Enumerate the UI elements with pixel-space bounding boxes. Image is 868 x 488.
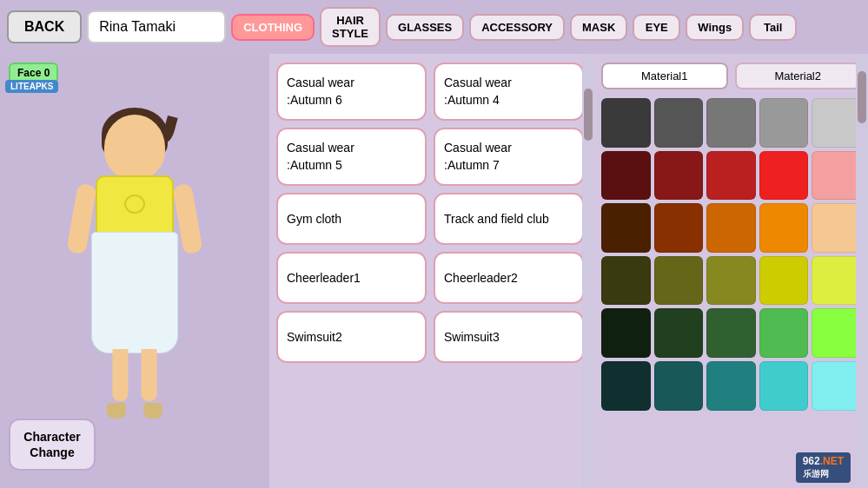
clothing-item-casual-autumn-7[interactable]: Casual wear :Autumn 7 <box>434 128 584 186</box>
color-swatch-5[interactable] <box>601 151 651 201</box>
character-name-input[interactable] <box>87 10 226 43</box>
tab-glasses[interactable]: GLASSES <box>386 14 464 41</box>
tab-wings[interactable]: Wings <box>686 14 744 41</box>
character-body <box>65 115 204 427</box>
color-swatch-13[interactable] <box>759 203 809 253</box>
right-scroll-thumb[interactable] <box>858 71 866 123</box>
color-swatch-8[interactable] <box>759 151 809 201</box>
clothing-panel: Casual wear :Autumn 6Casual wear :Autumn… <box>269 54 591 488</box>
char-skirt <box>91 232 178 353</box>
color-swatch-15[interactable] <box>601 256 651 306</box>
char-clothing-top <box>96 175 174 236</box>
character-panel: Face 0 LITEAPKS CharacterChange <box>0 54 269 488</box>
tab-hairstyle[interactable]: HAIRSTYLE <box>320 7 381 47</box>
char-shoe-left <box>107 403 126 419</box>
color-swatch-14[interactable] <box>812 203 861 253</box>
color-swatch-10[interactable] <box>601 203 651 253</box>
color-grid <box>601 98 861 411</box>
tab-clothing[interactable]: CLOTHING <box>231 14 315 41</box>
color-swatch-19[interactable] <box>812 256 861 306</box>
material1-tab[interactable]: Material1 <box>601 63 728 89</box>
clothing-item-casual-autumn-4[interactable]: Casual wear :Autumn 4 <box>434 63 584 121</box>
char-head <box>104 115 165 180</box>
clothing-scrollbar[interactable] <box>582 54 594 488</box>
color-swatch-16[interactable] <box>654 256 704 306</box>
color-swatch-25[interactable] <box>601 361 651 411</box>
color-swatch-2[interactable] <box>706 98 756 148</box>
color-swatch-29[interactable] <box>812 361 861 411</box>
top-bar: BACK CLOTHING HAIRSTYLE GLASSES ACCESSOR… <box>0 0 868 54</box>
material-tabs: Material1 Material2 <box>601 63 861 89</box>
tab-tail[interactable]: Tail <box>749 14 797 41</box>
clothing-scroll-thumb[interactable] <box>584 89 593 141</box>
color-swatch-22[interactable] <box>706 308 756 358</box>
color-swatch-20[interactable] <box>601 308 651 358</box>
char-shoe-right <box>143 403 162 419</box>
watermark-subtext: 乐游网 <box>803 469 829 478</box>
clothing-item-track-field[interactable]: Track and field club <box>434 193 584 245</box>
color-swatch-23[interactable] <box>759 308 809 358</box>
clothing-item-swimsuit2[interactable]: Swimsuit2 <box>276 311 427 363</box>
color-swatch-0[interactable] <box>601 98 651 148</box>
color-swatch-21[interactable] <box>654 308 704 358</box>
character-change-button[interactable]: CharacterChange <box>9 419 96 471</box>
char-legs <box>113 349 157 401</box>
color-swatch-12[interactable] <box>706 203 756 253</box>
color-swatch-11[interactable] <box>654 203 704 253</box>
back-button[interactable]: BACK <box>7 10 82 43</box>
color-panel: Material1 Material2 <box>594 54 868 488</box>
watermark-text: 962.NET <box>803 455 844 467</box>
watermark: 962.NET 乐游网 <box>796 452 851 483</box>
color-swatch-6[interactable] <box>654 151 704 201</box>
tab-accessory[interactable]: ACCESSORY <box>469 14 565 41</box>
color-swatch-3[interactable] <box>759 98 809 148</box>
color-swatch-28[interactable] <box>759 361 809 411</box>
clothing-item-cheerleader1[interactable]: Cheerleader1 <box>276 252 427 304</box>
clothing-grid: Casual wear :Autumn 6Casual wear :Autumn… <box>276 63 584 363</box>
tab-mask[interactable]: MASK <box>570 14 627 41</box>
color-swatch-26[interactable] <box>654 361 704 411</box>
char-shoes <box>107 403 162 419</box>
color-swatch-7[interactable] <box>706 151 756 201</box>
tab-eye[interactable]: EYE <box>633 14 680 41</box>
char-leg-right <box>142 349 157 401</box>
liteapks-badge: LITEAPKS <box>5 80 58 93</box>
color-swatch-17[interactable] <box>706 256 756 306</box>
clothing-item-gym-cloth[interactable]: Gym cloth <box>276 193 427 245</box>
clothing-item-swimsuit3[interactable]: Swimsuit3 <box>434 311 584 363</box>
clothing-item-cheerleader2[interactable]: Cheerleader2 <box>434 252 584 304</box>
clothing-item-casual-autumn-6[interactable]: Casual wear :Autumn 6 <box>276 63 427 121</box>
color-swatch-18[interactable] <box>759 256 809 306</box>
color-swatch-9[interactable] <box>812 151 861 201</box>
color-swatch-4[interactable] <box>812 98 861 148</box>
material2-tab[interactable]: Material2 <box>735 63 862 89</box>
clothing-item-casual-autumn-5[interactable]: Casual wear :Autumn 5 <box>276 128 427 186</box>
color-swatch-27[interactable] <box>706 361 756 411</box>
color-swatch-1[interactable] <box>654 98 704 148</box>
char-leg-left <box>113 349 129 401</box>
color-swatch-24[interactable] <box>812 308 861 358</box>
right-scrollbar[interactable] <box>856 54 868 488</box>
